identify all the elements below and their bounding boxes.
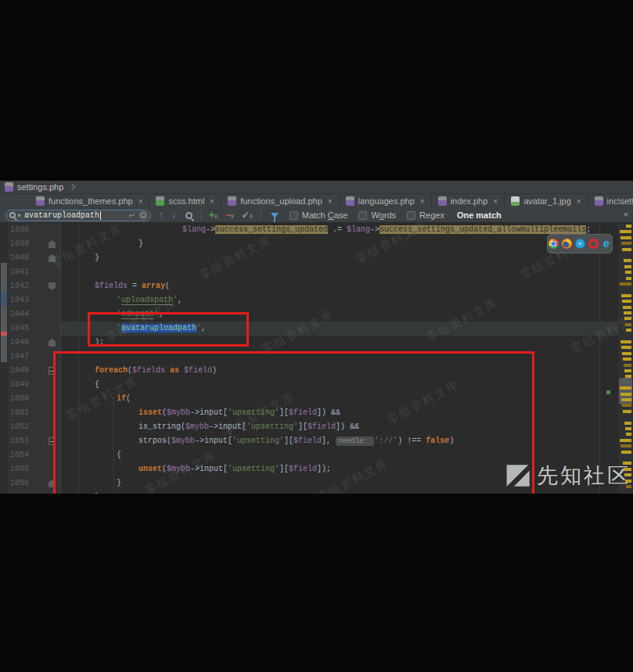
line-number[interactable]: 1057 <box>8 491 42 494</box>
stripe-mark[interactable] <box>624 259 631 262</box>
code-text[interactable]: 'uploadspath', <box>61 293 618 307</box>
code-line-1040[interactable]: 1040} <box>8 251 618 265</box>
fold-gutter[interactable] <box>42 307 61 322</box>
fold-end-icon[interactable] <box>49 240 56 248</box>
stripe-mark[interactable] <box>623 306 631 309</box>
safari-icon[interactable] <box>575 239 585 249</box>
option-match-case[interactable]: Match Case <box>290 210 348 220</box>
tab-close-icon[interactable]: × <box>138 197 143 206</box>
stripe-mark[interactable] <box>622 248 631 251</box>
stripe-mark[interactable] <box>626 433 631 436</box>
stripe-mark[interactable] <box>624 369 631 372</box>
tab-index-php[interactable]: index.php× <box>432 194 505 208</box>
opera-icon[interactable] <box>588 239 599 249</box>
stripe-mark[interactable] <box>620 282 631 286</box>
code-text[interactable]: $fields = array( <box>61 279 618 293</box>
fold-start-icon[interactable] <box>49 282 56 290</box>
tab-functions_upload-php[interactable]: functions_upload.php× <box>221 194 339 208</box>
stripe-mark[interactable] <box>624 265 631 268</box>
tab-close-icon[interactable]: × <box>420 197 425 206</box>
fold-gutter[interactable] <box>42 322 61 336</box>
line-number[interactable]: 1051 <box>8 406 42 420</box>
stripe-mark[interactable] <box>625 427 631 430</box>
stripe-mark[interactable] <box>621 398 631 401</box>
checkbox[interactable] <box>407 211 415 220</box>
line-number[interactable]: 1041 <box>8 265 42 279</box>
stripe-mark[interactable] <box>625 375 631 378</box>
line-number[interactable]: 1043 <box>8 293 42 307</box>
fold-gutter[interactable] <box>42 279 61 293</box>
fold-gutter[interactable] <box>42 223 61 237</box>
search-query[interactable]: avataruploadpath <box>24 211 99 220</box>
breadcrumb-file[interactable]: settings.php <box>17 182 63 192</box>
stripe-mark[interactable] <box>622 300 631 303</box>
line-number[interactable]: 1050 <box>8 392 42 406</box>
select-all-occurrences-button[interactable]: ✓II <box>242 210 253 221</box>
line-number[interactable]: 1055 <box>8 462 42 476</box>
tab-scss-html[interactable]: scss.html× <box>149 194 221 208</box>
line-number[interactable]: 1049 <box>8 378 42 392</box>
code-line-1043[interactable]: 1043'uploadspath', <box>8 293 618 307</box>
line-number[interactable]: 1044 <box>8 307 42 322</box>
fold-gutter[interactable] <box>42 237 61 251</box>
stripe-mark[interactable] <box>620 393 631 396</box>
stripe-mark[interactable] <box>620 236 631 239</box>
search-history-caret-icon[interactable]: ▼ <box>16 213 22 218</box>
clear-search-button[interactable]: × <box>139 211 147 219</box>
option-words[interactable]: Words <box>358 210 396 220</box>
ie-icon[interactable]: e <box>602 239 612 249</box>
tab-close-icon[interactable]: × <box>493 197 498 206</box>
stripe-mark[interactable] <box>620 386 631 390</box>
line-number[interactable]: 1038 <box>8 223 42 237</box>
stripe-mark[interactable] <box>622 352 631 355</box>
stripe-mark[interactable] <box>624 422 631 425</box>
line-number[interactable]: 1045 <box>8 322 42 336</box>
stripe-mark[interactable] <box>620 439 631 442</box>
stripe-mark[interactable] <box>621 242 631 245</box>
stripe-mark[interactable] <box>621 346 631 349</box>
fold-gutter[interactable] <box>42 336 61 350</box>
tab-languages-php[interactable]: languages.php× <box>340 194 432 208</box>
stripe-mark[interactable] <box>625 271 631 274</box>
tab-close-icon[interactable]: × <box>210 197 214 206</box>
stripe-mark[interactable] <box>620 230 631 233</box>
next-occurrence-button[interactable]: ↓ <box>171 210 176 221</box>
close-find-bar-button[interactable]: × <box>624 210 628 219</box>
tab-inc-settings-php[interactable]: inc\settings.php× <box>588 194 633 208</box>
stripe-mark[interactable] <box>623 358 631 361</box>
error-stripe[interactable] <box>618 223 633 494</box>
stripe-mark[interactable] <box>621 451 631 454</box>
stripe-mark[interactable] <box>626 225 631 228</box>
line-number[interactable]: 1048 <box>8 364 42 378</box>
stripe-mark[interactable] <box>621 294 631 297</box>
code-text[interactable]: $lang->success_settings_updated .= $lang… <box>61 223 618 237</box>
remove-selection-button[interactable]: −II <box>225 210 234 221</box>
stripe-mark[interactable] <box>620 340 631 343</box>
line-number[interactable]: 1056 <box>8 476 42 491</box>
option-regex[interactable]: Regex <box>407 210 444 220</box>
search-input[interactable]: ▼ avataruploadpath ↵ × <box>5 210 151 221</box>
code-text[interactable]: } <box>61 237 618 251</box>
line-number[interactable]: 1052 <box>8 420 42 434</box>
scrollbar-thumb[interactable] <box>1 263 7 362</box>
line-number[interactable]: 1046 <box>8 336 42 350</box>
checkbox[interactable] <box>358 211 367 220</box>
line-number[interactable]: 1042 <box>8 279 42 293</box>
tab-close-icon[interactable]: × <box>328 197 333 206</box>
line-number[interactable]: 1047 <box>8 350 42 364</box>
stripe-mark[interactable] <box>623 410 631 413</box>
checkbox[interactable] <box>290 211 298 220</box>
tab-functions_themes-php[interactable]: functions_themes.php× <box>30 194 149 208</box>
find-all-button[interactable] <box>185 212 192 219</box>
firefox-icon[interactable] <box>562 239 572 249</box>
chrome-icon[interactable] <box>548 239 559 249</box>
line-number[interactable]: 1053 <box>8 434 42 448</box>
add-selection-button[interactable]: +II <box>209 210 218 221</box>
stripe-mark[interactable] <box>626 277 631 280</box>
tab-avatar_1-jpg[interactable]: avatar_1.jpg× <box>505 194 588 208</box>
code-editor[interactable]: 1038$lang->success_settings_updated .= $… <box>0 223 633 494</box>
tab-close-icon[interactable]: × <box>577 197 581 206</box>
filter-icon[interactable] <box>271 213 279 218</box>
line-number[interactable]: 1039 <box>8 237 42 251</box>
stripe-mark[interactable] <box>620 444 631 447</box>
